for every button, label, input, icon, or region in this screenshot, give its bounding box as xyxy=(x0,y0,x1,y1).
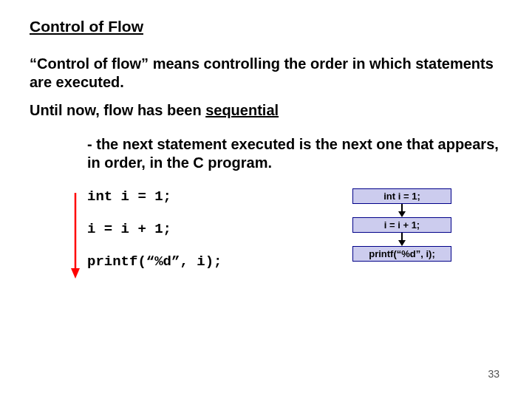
red-arrow-column xyxy=(30,188,87,286)
slide-title: Control of Flow xyxy=(30,18,502,35)
code-area: int i = 1; i = i + 1; printf(“%d”, i); i… xyxy=(30,188,502,286)
code-listing: int i = 1; i = i + 1; printf(“%d”, i); xyxy=(87,188,279,286)
flow-diagram: int i = 1; i = i + 1; printf(“%d”, i); xyxy=(279,188,502,286)
page-number: 33 xyxy=(488,368,499,380)
slide: Control of Flow “Control of flow” means … xyxy=(0,0,532,286)
code-line-1: int i = 1; xyxy=(87,188,279,205)
code-line-2: i = i + 1; xyxy=(87,221,279,237)
flow-box-2: i = i + 1; xyxy=(352,217,451,233)
flow-box-1: int i = 1; xyxy=(352,188,451,204)
flow-arrow-2 xyxy=(301,233,502,246)
svg-marker-1 xyxy=(71,268,80,279)
flow-box-3: printf(“%d”, i); xyxy=(352,246,451,262)
seq-word: sequential xyxy=(205,102,279,118)
paragraph-intro: “Control of flow” means controlling the … xyxy=(30,55,502,92)
down-arrow-icon xyxy=(68,191,83,280)
paragraph-sequential: Until now, flow has been sequential xyxy=(30,102,502,119)
sub-point: - the next statement executed is the nex… xyxy=(87,135,502,172)
code-line-3: printf(“%d”, i); xyxy=(87,253,279,270)
flow-arrow-1 xyxy=(301,204,502,217)
seq-prefix: Until now, flow has been xyxy=(30,102,205,118)
